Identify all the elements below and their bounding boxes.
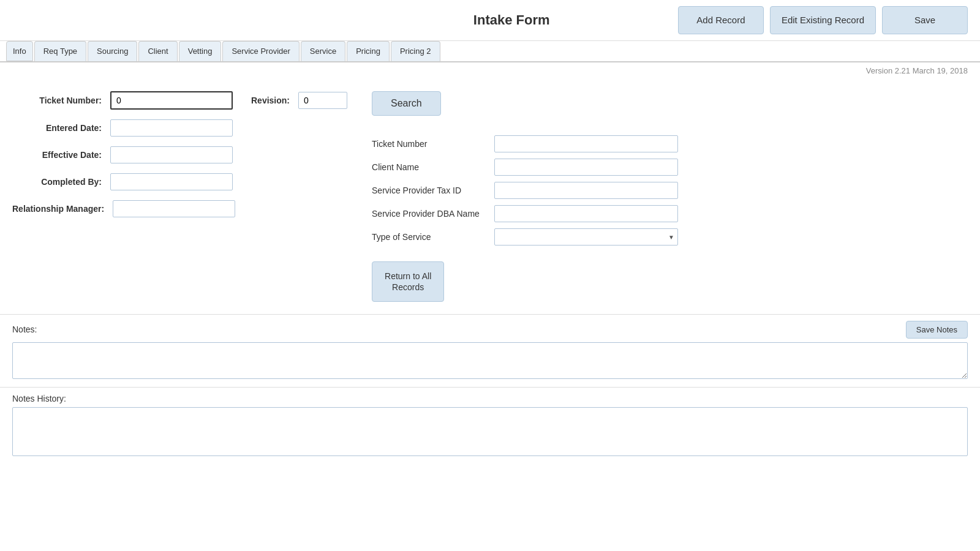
effective-date-label: Effective Date: (12, 150, 110, 160)
tab-vetting[interactable]: Vetting (179, 41, 222, 61)
search-service-provider-tax-id-row: Service Provider Tax ID (372, 182, 968, 199)
relationship-manager-row: Relationship Manager: (12, 200, 347, 217)
entered-date-label: Entered Date: (12, 123, 110, 133)
tab-info[interactable]: Info (6, 41, 33, 61)
add-record-button[interactable]: Add Record (678, 6, 764, 34)
completed-by-label: Completed By: (12, 177, 110, 187)
search-client-name-input[interactable] (494, 159, 678, 176)
notes-textarea[interactable] (12, 342, 968, 379)
search-ticket-number-label: Ticket Number (372, 139, 494, 149)
search-service-provider-dba-name-row: Service Provider DBA Name (372, 205, 968, 222)
search-client-name-row: Client Name (372, 159, 968, 176)
tab-pricing-2[interactable]: Pricing 2 (391, 41, 440, 61)
relationship-manager-label: Relationship Manager: (12, 204, 113, 214)
notes-header: Notes: Save Notes (12, 321, 968, 339)
search-button[interactable]: Search (372, 91, 441, 116)
search-service-provider-tax-id-input[interactable] (494, 182, 678, 199)
type-of-service-select[interactable] (494, 228, 678, 246)
return-to-all-records-button[interactable]: Return to AllRecords (372, 261, 444, 302)
revision-label: Revision: (251, 96, 298, 105)
entered-date-input[interactable] (110, 119, 233, 137)
ticket-number-input[interactable] (110, 91, 233, 110)
edit-existing-record-button[interactable]: Edit Existing Record (770, 6, 876, 34)
effective-date-row: Effective Date: (12, 146, 347, 163)
tab-client[interactable]: Client (138, 41, 177, 61)
right-panel: Search Ticket Number Client Name Service… (372, 91, 968, 302)
notes-history-box (12, 407, 968, 456)
tabs-bar: Info Req Type Sourcing Client Vetting Se… (0, 41, 980, 62)
notes-history-section: Notes History: (0, 387, 980, 462)
entered-date-row: Entered Date: (12, 119, 347, 137)
header-buttons: Add Record Edit Existing Record Save (678, 6, 968, 34)
search-service-provider-tax-id-label: Service Provider Tax ID (372, 186, 494, 195)
search-client-name-label: Client Name (372, 162, 494, 172)
search-ticket-number-row: Ticket Number (372, 135, 968, 152)
notes-label: Notes: (12, 324, 37, 334)
left-panel: Ticket Number: Revision: Entered Date: E… (12, 91, 347, 302)
effective-date-input[interactable] (110, 146, 233, 163)
tab-sourcing[interactable]: Sourcing (88, 41, 137, 61)
page-title: Intake Form (345, 12, 677, 28)
search-service-provider-dba-name-label: Service Provider DBA Name (372, 209, 494, 219)
save-button[interactable]: Save (882, 6, 968, 34)
version-text: Version 2.21 March 19, 2018 (0, 62, 980, 79)
main-content: Ticket Number: Revision: Entered Date: E… (0, 79, 980, 314)
completed-by-row: Completed By: (12, 173, 347, 190)
relationship-manager-input[interactable] (113, 200, 235, 217)
search-type-of-service-label: Type of Service (372, 232, 494, 242)
tab-req-type[interactable]: Req Type (34, 41, 86, 61)
tab-service[interactable]: Service (301, 41, 345, 61)
notes-history-label: Notes History: (12, 394, 968, 403)
save-notes-button[interactable]: Save Notes (906, 321, 968, 339)
search-ticket-number-input[interactable] (494, 135, 678, 152)
completed-by-input[interactable] (110, 173, 233, 190)
search-service-provider-dba-name-input[interactable] (494, 205, 678, 222)
ticket-number-label: Ticket Number: (12, 96, 110, 105)
notes-section: Notes: Save Notes (0, 314, 980, 387)
search-type-of-service-row: Type of Service (372, 228, 968, 246)
tab-pricing[interactable]: Pricing (347, 41, 390, 61)
type-of-service-select-wrapper (494, 228, 678, 246)
revision-input[interactable] (298, 92, 347, 109)
tab-service-provider[interactable]: Service Provider (222, 41, 299, 61)
header: Intake Form Add Record Edit Existing Rec… (0, 0, 980, 41)
